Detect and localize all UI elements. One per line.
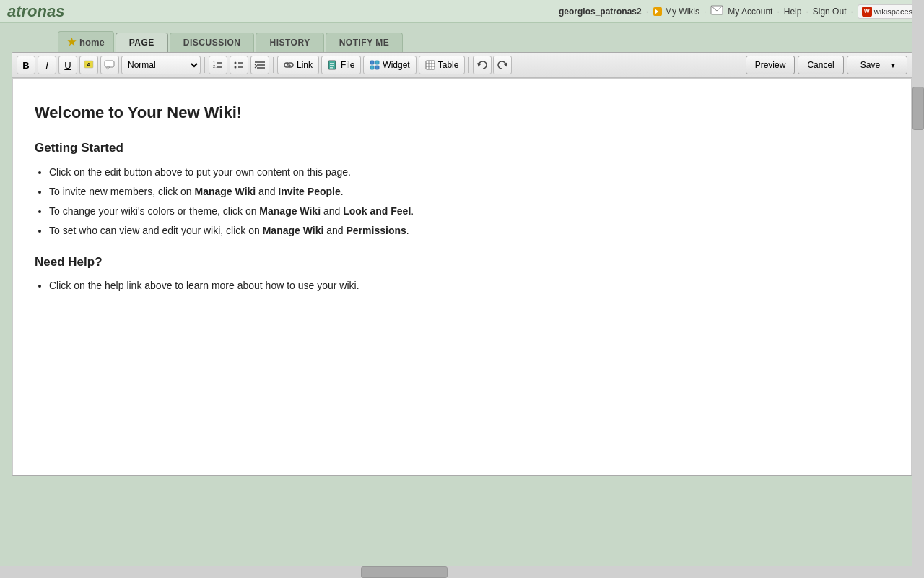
widget-label: Widget (383, 60, 409, 70)
indent-button[interactable] (250, 56, 269, 74)
svg-rect-25 (426, 61, 435, 69)
tab-discussion-label: DISCUSSION (183, 38, 241, 48)
underline-button[interactable]: U (58, 56, 77, 74)
top-bar-right: georgios_patronas2 · My Wikis · My Accou… (559, 4, 917, 19)
table-icon (425, 60, 435, 70)
save-button-group: Save ▼ (847, 56, 907, 74)
save-dropdown-button[interactable]: ▼ (886, 61, 899, 69)
vertical-scrollbar[interactable] (912, 0, 924, 578)
italic-button[interactable]: I (38, 56, 56, 74)
horizontal-scrollbar[interactable] (0, 566, 912, 578)
table-label: Table (438, 60, 459, 70)
comment-icon (104, 59, 116, 71)
redo-button[interactable] (493, 56, 512, 74)
divider-1 (204, 57, 205, 73)
text-color-button[interactable]: A (79, 56, 98, 74)
bullet2-bold1: Manage Wiki (195, 186, 256, 197)
content-editor[interactable]: Welcome to Your New Wiki! Getting Starte… (12, 78, 912, 475)
link-label: Link (297, 60, 313, 70)
svg-rect-18 (330, 63, 334, 64)
link-button[interactable]: Link (277, 56, 319, 74)
list-item-1: Click on the edit button above to put yo… (49, 165, 889, 180)
tab-discussion[interactable]: DISCUSSION (170, 33, 255, 52)
bullet2-suffix: . (341, 186, 344, 197)
svg-rect-24 (375, 66, 379, 69)
site-title-area: atronas (0, 0, 64, 22)
ordered-list-icon: 1. 2. (212, 59, 224, 71)
table-button[interactable]: Table (419, 56, 466, 74)
my-wikis-icon: My Wikis (653, 7, 699, 17)
tab-history[interactable]: HISTORY (256, 33, 323, 52)
scrollbar-thumb[interactable] (912, 87, 924, 130)
svg-rect-21 (370, 61, 374, 64)
bullet3-suffix: . (411, 205, 414, 217)
list-item-4: To set who can view and edit your wiki, … (49, 223, 889, 238)
divider-2 (273, 57, 274, 73)
bullet4-bold2: Permissions (346, 225, 406, 236)
indent-icon (254, 59, 266, 71)
bullet1-text: Click on the edit button above to put yo… (49, 166, 351, 178)
svg-text:2.: 2. (213, 64, 217, 69)
flag-icon (653, 7, 663, 17)
bullet3-prefix: To change your wiki's colors or theme, c… (49, 205, 259, 217)
help-link[interactable]: Help (784, 7, 802, 17)
redo-icon (497, 60, 507, 70)
widget-icon (370, 60, 380, 70)
bullet2-prefix: To invite new members, click on (49, 186, 195, 197)
home-tab[interactable]: ★ home (58, 31, 114, 52)
svg-rect-4 (105, 61, 114, 67)
bullet2-middle: and (256, 186, 278, 197)
bullet4-bold1: Manage Wiki (263, 225, 324, 236)
sign-out-link[interactable]: Sign Out (813, 7, 847, 17)
widget-button[interactable]: Widget (363, 56, 416, 74)
svg-point-11 (235, 66, 237, 69)
bullet4-middle: and (323, 225, 346, 236)
help-bullet-text: Click on the help link above to learn mo… (49, 280, 359, 291)
username: georgios_patronas2 (559, 7, 642, 17)
save-button[interactable]: Save (855, 56, 886, 74)
bullet3-bold2: Look and Feel (343, 205, 411, 217)
horizontal-scrollbar-thumb[interactable] (361, 566, 448, 578)
bullet2-bold2: Invite People (278, 186, 340, 197)
wikispaces-label: wikispaces (874, 7, 912, 16)
file-button[interactable]: File (321, 56, 361, 74)
my-account-link[interactable]: My Account (728, 7, 772, 17)
tab-history-label: HISTORY (269, 38, 310, 48)
undo-icon (477, 60, 487, 70)
ordered-list-button[interactable]: 1. 2. (209, 56, 227, 74)
help-list-item: Click on the help link above to learn mo… (49, 278, 889, 293)
home-tab-label: home (79, 37, 105, 48)
bold-button[interactable]: B (17, 56, 35, 74)
file-icon (328, 60, 338, 70)
format-select[interactable]: Normal Heading 1 Heading 2 Heading 3 (121, 56, 201, 74)
preview-button[interactable]: Preview (746, 56, 796, 74)
cancel-button[interactable]: Cancel (798, 56, 843, 74)
mail-icon (710, 5, 723, 15)
divider-3 (468, 57, 469, 73)
bullet4-suffix: . (406, 225, 409, 236)
tab-page[interactable]: PAGE (116, 33, 168, 52)
help-list: Click on the help link above to learn mo… (49, 278, 889, 293)
top-bar: atronas georgios_patronas2 · My Wikis · (0, 0, 924, 23)
wikispaces-badge: W wikispaces (858, 4, 917, 19)
file-label: File (341, 60, 354, 70)
comment-button[interactable] (100, 56, 119, 74)
svg-text:A: A (87, 61, 91, 68)
undo-button[interactable] (473, 56, 492, 74)
svg-rect-20 (330, 67, 333, 69)
text-color-icon: A (83, 59, 95, 71)
tab-notify-me-label: NOTIFY ME (339, 38, 390, 48)
bullet4-prefix: To set who can view and edit your wiki, … (49, 225, 263, 236)
tab-notify-me[interactable]: NOTIFY ME (326, 33, 404, 52)
unordered-list-button[interactable] (230, 56, 248, 74)
list-item-2: To invite new members, click on Manage W… (49, 184, 889, 199)
content-heading2-help: Need Help? (35, 253, 889, 272)
nav-tabs: ★ home PAGE DISCUSSION HISTORY NOTIFY ME (0, 23, 924, 52)
editor-container: B I U A (12, 52, 912, 476)
star-icon: ★ (67, 36, 77, 48)
unordered-list-icon (233, 59, 245, 71)
link-icon (284, 60, 294, 70)
main-content: B I U A (0, 52, 924, 476)
bullet3-bold1: Manage Wiki (259, 205, 321, 217)
my-wikis-link[interactable]: My Wikis (665, 7, 699, 17)
